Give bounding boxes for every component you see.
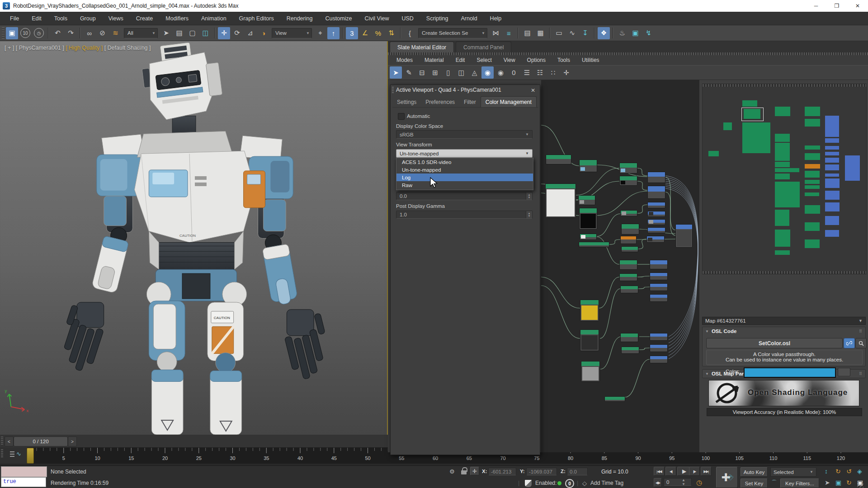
viewport-filter-icon[interactable]	[137, 46, 143, 50]
use-pivot-center-icon[interactable]: ⌖	[314, 27, 326, 39]
color-map-button[interactable]	[838, 368, 850, 376]
undo-icon[interactable]: ↶	[52, 27, 64, 39]
dropdown-option-un-tone-mapped[interactable]: Un-tone-mapped	[396, 166, 533, 174]
time-configuration-icon[interactable]: ◷	[696, 479, 702, 487]
material-node[interactable]	[647, 202, 665, 208]
select-and-rotate-icon[interactable]: ⟳	[231, 27, 243, 39]
perspective-viewport[interactable]: CAUTION CAUTION	[0, 41, 388, 435]
y-coordinate-field[interactable]: -1069.037	[526, 468, 557, 475]
tab-command-panel[interactable]: Command Panel	[456, 42, 511, 52]
select-by-name-icon[interactable]: ▤	[173, 27, 185, 39]
zero-count-badge[interactable]: 0	[565, 479, 574, 488]
dialog-tab-filter[interactable]: Filter	[459, 97, 481, 107]
display-color-space-select[interactable]: sRGB ▼	[396, 130, 533, 139]
previous-frame-arrow-button[interactable]: <	[5, 436, 14, 446]
align-icon[interactable]: ≡	[503, 27, 515, 39]
slate-menu-edit[interactable]: Edit	[450, 57, 471, 63]
menu-group[interactable]: Group	[74, 12, 102, 25]
menu-civil-view[interactable]: Civil View	[358, 12, 395, 25]
select-tool-icon[interactable]: ➤	[390, 66, 402, 79]
material-node[interactable]	[621, 224, 639, 235]
material-node[interactable]	[650, 356, 668, 363]
material-node[interactable]	[650, 260, 668, 269]
rectangular-selection-region-icon[interactable]: ▢	[186, 27, 198, 39]
save-file-icon[interactable]: ▣	[6, 27, 18, 39]
current-frame-field[interactable]: 0	[664, 478, 692, 486]
select-and-move-icon[interactable]: ✛	[218, 27, 230, 39]
viewport-quality-menu[interactable]: [ High Quality ]	[66, 45, 103, 51]
layout-children-icon[interactable]: ☷	[534, 66, 546, 79]
dependencies-icon[interactable]: ⚙	[449, 468, 455, 475]
dialog-tab-settings[interactable]: Settings	[392, 97, 421, 107]
menu-usd[interactable]: USD	[395, 12, 420, 25]
frame-counter[interactable]: 0 / 120	[14, 436, 68, 446]
material-node[interactable]	[604, 396, 625, 402]
named-selection-sets-dropdown[interactable]: Create Selection Se▼	[418, 28, 487, 38]
z-coordinate-field[interactable]: 0.0	[567, 468, 588, 475]
osl-search-button[interactable]	[855, 338, 867, 348]
show-realistic-material-icon[interactable]: ◉	[495, 66, 507, 79]
material-node[interactable]	[647, 211, 665, 217]
pick-material-from-object-icon[interactable]: ✎	[403, 66, 415, 79]
menu-customize[interactable]: Customize	[319, 12, 358, 25]
dropdown-option-aces-1-0-sdr-video[interactable]: ACES 1.0 SDR-video	[396, 158, 533, 166]
set-key-button[interactable]: Set Key	[741, 479, 768, 488]
x-coordinate-field[interactable]: -601.213	[488, 468, 516, 475]
maxscript-mini-listener-white[interactable]: true	[1, 477, 46, 487]
spinner-snap-icon[interactable]: ⇅	[385, 27, 397, 39]
frame-spinner-arrows[interactable]: ▲▼	[682, 478, 685, 486]
rendered-frame-icon[interactable]: ▣	[629, 27, 642, 39]
material-node[interactable]	[619, 176, 637, 186]
material-node[interactable]	[647, 186, 665, 199]
auto-key-button[interactable]: Auto Key	[741, 467, 768, 477]
select-object-icon[interactable]: ➤	[160, 27, 172, 39]
exposure-value-field[interactable]: 0.0 ▲▼	[396, 192, 533, 200]
default-in-tangent-icon[interactable]: ↻	[835, 468, 841, 475]
go-to-end-button[interactable]: ▶▶|	[701, 467, 712, 476]
key-filters-button[interactable]: Key Filters...	[780, 479, 819, 488]
isolate-selection-icon[interactable]: ◈	[857, 468, 862, 475]
show-key-toggle-icon[interactable]: ↕	[825, 468, 828, 475]
material-node[interactable]	[647, 172, 665, 183]
menu-help[interactable]: Help	[484, 12, 508, 25]
maxscript-mini-listener-pink[interactable]	[1, 466, 47, 477]
material-id-channel-icon[interactable]: ∷	[547, 66, 559, 79]
material-node[interactable]	[650, 344, 668, 352]
material-node[interactable]	[650, 294, 668, 302]
assign-material-to-selection-icon[interactable]: ⊞	[429, 66, 441, 79]
menu-graph-editors[interactable]: Graph Editors	[233, 12, 280, 25]
post-display-gamma-field[interactable]: 1.0 ▲▼	[396, 211, 533, 219]
close-button[interactable]: ✕	[847, 0, 868, 12]
slate-menu-tools[interactable]: Tools	[552, 57, 576, 63]
next-frame-arrow-button[interactable]: >	[68, 436, 77, 446]
dropdown-option-raw[interactable]: Raw	[396, 181, 533, 189]
move-children-icon[interactable]: ◫	[455, 66, 467, 79]
layer-explorer-icon[interactable]: ▦	[534, 27, 547, 39]
trackbar-grip[interactable]	[1, 449, 3, 458]
navigator-panel[interactable]	[702, 84, 867, 274]
mirror-icon[interactable]: ⋈	[490, 27, 502, 39]
osl-link-button[interactable]	[844, 338, 855, 348]
material-node[interactable]	[647, 219, 665, 225]
hide-unused-nodeslots-icon[interactable]: ◬	[468, 66, 481, 79]
material-node[interactable]	[579, 160, 597, 172]
menu-scripting[interactable]: Scripting	[420, 12, 455, 25]
set-keys-button[interactable]: ✚⚿	[716, 467, 738, 488]
pan-tool-icon[interactable]: ✛	[560, 66, 572, 79]
delete-selected-icon[interactable]: ▯	[442, 66, 454, 79]
add-time-tag[interactable]: Add Time Tag	[590, 480, 623, 486]
redo-icon[interactable]: ↷	[65, 27, 77, 39]
material-node[interactable]	[546, 155, 571, 164]
key-filters-icon[interactable]: ⌒	[771, 479, 777, 487]
slate-menu-select[interactable]: Select	[471, 57, 497, 63]
material-node[interactable]	[581, 361, 600, 382]
view-transform-select[interactable]: Un-tone-mapped ▼	[396, 149, 533, 158]
next-frame-button[interactable]: |▶	[689, 467, 700, 476]
timeline-grip[interactable]	[1, 436, 3, 446]
menu-animation[interactable]: Animation	[195, 12, 233, 25]
absolute-mode-transform-icon[interactable]: ✛	[470, 467, 479, 475]
navigator-top-scrollbar[interactable]	[703, 84, 866, 87]
material-node[interactable]	[580, 234, 597, 240]
slate-menu-material[interactable]: Material	[419, 57, 450, 63]
menu-modifiers[interactable]: Modifiers	[159, 12, 195, 25]
